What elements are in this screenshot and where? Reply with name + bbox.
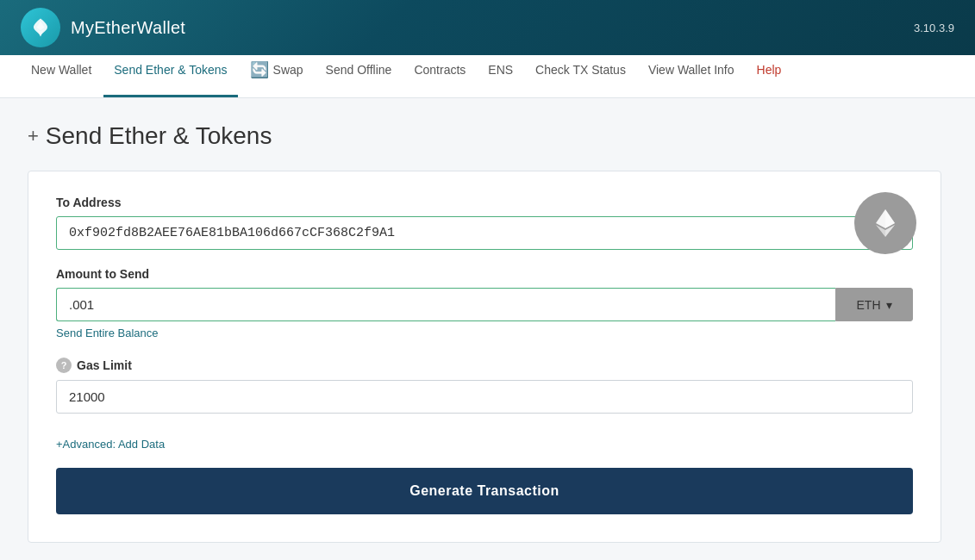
brand-section: MyEtherWallet (21, 8, 185, 47)
currency-dropdown-arrow: ▾ (886, 298, 892, 312)
eth-logo-container (854, 192, 916, 254)
nav-item-ens[interactable]: ENS (478, 55, 523, 97)
gas-limit-input[interactable] (56, 380, 913, 414)
swap-icon: 🔄 (250, 62, 269, 78)
eth-logo (854, 192, 916, 254)
amount-label: Amount to Send (56, 267, 913, 281)
gas-limit-group: ? Gas Limit (56, 358, 913, 414)
version-label: 3.10.3.9 (914, 22, 954, 34)
nav-item-contracts[interactable]: Contracts (403, 55, 476, 97)
nav-bar: New Wallet Send Ether & Tokens 🔄 Swap Se… (0, 55, 975, 98)
send-entire-balance-link[interactable]: Send Entire Balance (56, 327, 159, 339)
amount-group: Amount to Send ETH ▾ Send Entire Balance (56, 267, 913, 340)
nav-item-new-wallet[interactable]: New Wallet (21, 55, 102, 97)
gas-label-row: ? Gas Limit (56, 358, 913, 373)
nav-item-check-tx-status[interactable]: Check TX Status (525, 55, 636, 97)
nav-item-view-wallet-info[interactable]: View Wallet Info (638, 55, 745, 97)
advanced-add-data-link[interactable]: +Advanced: Add Data (56, 438, 165, 451)
app-header: MyEtherWallet 3.10.3.9 (0, 0, 975, 55)
to-address-group: To Address (56, 196, 913, 250)
nav-item-help[interactable]: Help (747, 55, 792, 97)
plus-icon: + (28, 125, 39, 147)
page-title: Send Ether & Tokens (46, 122, 272, 150)
brand-name: MyEtherWallet (71, 18, 185, 38)
logo (21, 8, 60, 47)
nav-item-send-offline[interactable]: Send Offline (316, 55, 403, 97)
page-title-row: + Send Ether & Tokens (28, 122, 947, 150)
generate-transaction-button[interactable]: Generate Transaction (56, 468, 913, 514)
send-form-card: To Address Amount to Send ETH ▾ Send Ent… (28, 171, 941, 543)
gas-help-icon[interactable]: ? (56, 358, 72, 373)
amount-input[interactable] (56, 288, 835, 321)
to-address-input[interactable] (56, 216, 913, 250)
gas-limit-label: Gas Limit (77, 358, 132, 372)
currency-label: ETH (857, 298, 881, 312)
svg-marker-2 (885, 209, 895, 228)
nav-item-send-ether-tokens[interactable]: Send Ether & Tokens (103, 55, 237, 97)
currency-select-button[interactable]: ETH ▾ (835, 288, 913, 321)
page-content: + Send Ether & Tokens To Address Amount … (0, 98, 975, 560)
to-address-label: To Address (56, 196, 913, 209)
nav-item-swap[interactable]: 🔄 Swap (240, 55, 314, 97)
amount-row: ETH ▾ (56, 288, 913, 321)
